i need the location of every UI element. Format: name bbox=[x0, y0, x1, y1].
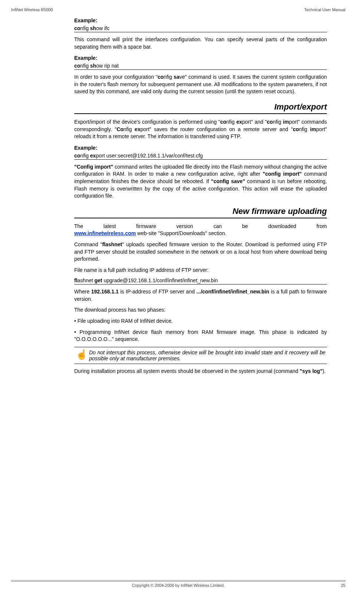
page-footer: Copyright © 2004-2006 by InfiNet Wireles… bbox=[0, 580, 364, 588]
hand-icon: ☝ bbox=[74, 349, 89, 359]
page-header: InfiNet Wireless R5000 Technical User Ma… bbox=[0, 0, 364, 12]
example-label-1: Example: bbox=[74, 17, 327, 23]
example-label-2: Example: bbox=[74, 55, 327, 61]
firmware-link[interactable]: www.infinetwireless.com bbox=[74, 230, 136, 236]
paragraph-2: In order to save your configuration "con… bbox=[74, 74, 327, 95]
code-line-1: config show ifc bbox=[74, 25, 327, 32]
paragraph-6: Command "flashnet" uploads specified fir… bbox=[74, 241, 327, 263]
paragraph-7: File name is a full path including IP ad… bbox=[74, 267, 327, 274]
paragraph-1: This command will print the interfaces c… bbox=[74, 36, 327, 51]
footer-rule bbox=[11, 580, 345, 582]
main-content: Example: config show ifc This command wi… bbox=[74, 17, 327, 375]
code-line-4: flashnet get upgrade@192.168.1.1/conf/in… bbox=[74, 277, 327, 285]
paragraph-11: • Programming InfiNet device flash memor… bbox=[74, 329, 327, 343]
paragraph-8: Where 192.168.1.1 is IP-address of FTP s… bbox=[74, 288, 327, 303]
paragraph-9: The download process has two phases: bbox=[74, 306, 327, 314]
example-label-3: Example: bbox=[74, 145, 327, 151]
paragraph-3: Export/import of the device's configurat… bbox=[74, 118, 327, 140]
paragraph-5: The latest firmware version can be downl… bbox=[74, 223, 327, 230]
paragraph-4: "Config import" command writes the uploa… bbox=[74, 163, 327, 200]
paragraph-5b: www.infinetwireless.com web-site "Suppor… bbox=[74, 230, 327, 237]
paragraph-12: During installation process all system e… bbox=[74, 368, 327, 375]
paragraph-10: • File uploading into RAM of InfiNet dev… bbox=[74, 318, 327, 325]
footer-page-number: 25 bbox=[331, 583, 345, 588]
section-title-firmware: New firmware uploading bbox=[74, 207, 327, 218]
section-title-import-export: Import/export bbox=[74, 102, 327, 114]
code-line-2: config show rip nat bbox=[74, 63, 327, 70]
header-right: Technical User Manual bbox=[304, 7, 345, 12]
note-text: Do not interrupt this process, otherwise… bbox=[89, 349, 327, 361]
header-left: InfiNet Wireless R5000 bbox=[11, 7, 53, 12]
note-box: ☝ Do not interrupt this process, otherwi… bbox=[74, 347, 327, 364]
footer-copyright: Copyright © 2004-2006 by InfiNet Wireles… bbox=[26, 583, 331, 588]
code-line-3: config export user:secret@192.168.1.1/va… bbox=[74, 153, 327, 160]
